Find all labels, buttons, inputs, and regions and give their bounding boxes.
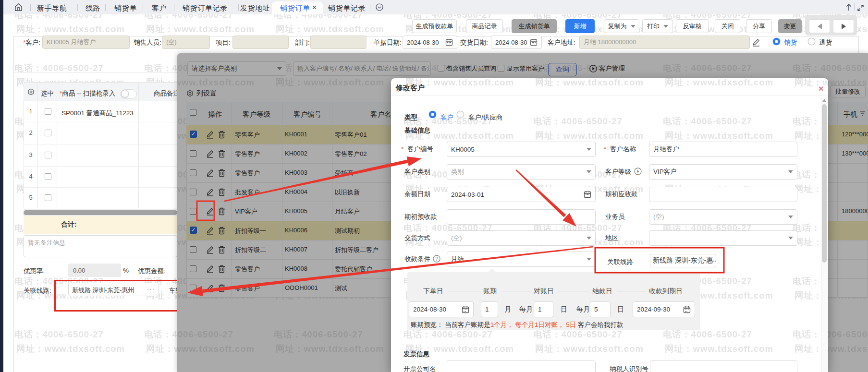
svg-text:?: ? — [435, 256, 438, 262]
